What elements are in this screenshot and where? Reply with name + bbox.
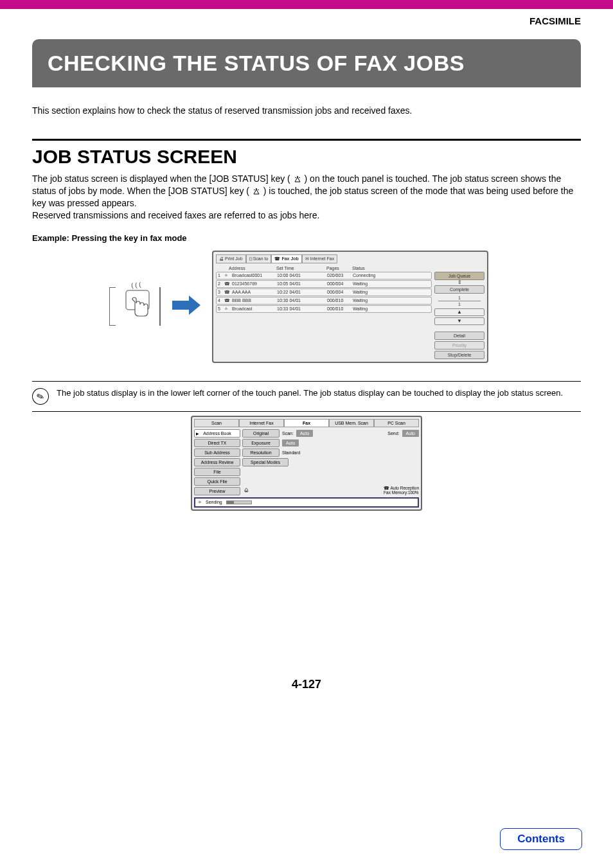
stop-delete-button[interactable]: Stop/Delete	[434, 351, 484, 359]
fax-icon: ☎	[274, 256, 280, 261]
tab-internet-fax[interactable]: ✉ Internet Fax	[302, 254, 337, 263]
scan-icon: ⌼	[249, 256, 252, 261]
swap-icon: ⇕	[434, 281, 484, 284]
bracket-icon	[109, 287, 116, 326]
internet-fax-icon: ✉	[305, 256, 309, 261]
job-status-indicator[interactable]: ✧ Sending	[194, 497, 419, 508]
column-headers: Address Set Time Pages Status	[216, 265, 484, 272]
job-status-key-icon	[252, 186, 263, 196]
page-title-block: CHECKING THE STATUS OF FAX JOBS	[32, 39, 581, 87]
example-label: Example: Pressing the key in fax mode	[32, 233, 581, 243]
pencil-note-icon	[30, 385, 51, 407]
send-value: Auto	[402, 430, 419, 437]
top-accent-bar	[0, 0, 613, 9]
svg-marker-9	[172, 296, 200, 315]
note-text: The job status display is in the lower l…	[57, 388, 563, 399]
speaker-icon[interactable]: 🕭	[244, 487, 249, 493]
svg-point-6	[254, 190, 255, 191]
tab-usb-mem-scan[interactable]: USB Mem. Scan	[329, 419, 374, 427]
header-section-label: FACSIMILE	[32, 15, 581, 26]
priority-button[interactable]: Priority	[434, 341, 484, 350]
original-button[interactable]: Original	[242, 429, 280, 438]
broadcast-icon: ✧	[224, 306, 232, 312]
scan-value: Auto	[296, 430, 313, 437]
direct-tx-button[interactable]: Direct TX	[194, 439, 240, 447]
tab-fax[interactable]: Fax	[284, 419, 329, 427]
tab-print-job[interactable]: 🖨 Print Job	[216, 254, 246, 263]
detail-button[interactable]: Detail	[434, 332, 484, 340]
resolution-value: Standard	[282, 450, 300, 455]
job-queue-button[interactable]: Job Queue	[434, 272, 484, 280]
fax-mode-screen: Scan Internet Fax Fax USB Mem. Scan PC S…	[191, 416, 422, 511]
hand-tap-icon: ( ( (	[122, 289, 153, 324]
reception-info: ☎ Auto Reception Fax Memory:100%	[384, 486, 419, 495]
tab-internet-fax[interactable]: Internet Fax	[239, 419, 284, 427]
table-row[interactable]: 5 ✧ Broadcast 10:33 04/01 000/010 Waitin…	[216, 305, 432, 313]
table-row[interactable]: 3 ☎ AAA AAA 10:22 04/01 000/004 Waiting	[216, 288, 432, 296]
exposure-button[interactable]: Exposure	[242, 439, 280, 447]
page-indicator: 1 1	[434, 295, 484, 307]
svg-point-3	[299, 177, 300, 179]
svg-point-1	[297, 176, 298, 177]
address-review-button[interactable]: Address Review	[194, 458, 240, 466]
job-status-screen: 🖨 Print Job ⌼ Scan to ☎ Fax Job ✉ Intern…	[212, 251, 488, 363]
broadcast-small-icon: ✧	[198, 500, 202, 505]
job-list: 1 ✧ Broadcast0001 10:00 04/01 020/003 Co…	[216, 272, 432, 359]
quick-file-button[interactable]: Quick File	[194, 477, 240, 486]
printer-icon: 🖨	[219, 256, 224, 261]
file-button[interactable]: File	[194, 468, 240, 476]
broadcast-icon: ✧	[224, 273, 232, 278]
section-rule	[32, 139, 581, 141]
page-title: CHECKING THE STATUS OF FAX JOBS	[48, 51, 565, 76]
table-row[interactable]: 1 ✧ Broadcast0001 10:00 04/01 020/003 Co…	[216, 272, 432, 279]
tab-fax-job[interactable]: ☎ Fax Job	[271, 254, 301, 263]
svg-point-7	[258, 190, 259, 191]
preview-button[interactable]: Preview	[194, 487, 240, 495]
body-paragraph: The job status screen is displayed when …	[32, 173, 581, 222]
address-book-button[interactable]: Address Book	[194, 429, 240, 438]
phone-icon: ☎	[224, 281, 232, 287]
table-row[interactable]: 4 ☎ BBB BBB 10:30 04/01 000/010 Waiting	[216, 297, 432, 305]
svg-point-2	[295, 177, 296, 179]
scroll-down-button[interactable]: ▼	[434, 317, 484, 325]
example-diagram: ( ( ( 🖨 Print Job ⌼ S	[32, 251, 581, 363]
tab-scan[interactable]: Scan	[194, 419, 239, 427]
progress-bar	[226, 500, 252, 504]
sub-address-button[interactable]: Sub Address	[194, 448, 240, 457]
scroll-up-button[interactable]: ▲	[434, 308, 484, 316]
send-label: Send:	[387, 431, 399, 436]
note-block: The job status display is in the lower l…	[32, 381, 581, 412]
status-text: Sending	[206, 500, 222, 504]
exposure-value: Auto	[282, 439, 299, 447]
svg-point-5	[256, 188, 257, 190]
table-row[interactable]: 2 ☎ 0123456789 10:05 04/01 000/004 Waiti…	[216, 280, 432, 288]
special-modes-button[interactable]: Special Modes	[242, 458, 289, 466]
divider-line	[159, 287, 161, 326]
phone-icon: ☎	[224, 298, 232, 303]
phone-small-icon: ☎	[384, 486, 389, 490]
tab-pc-scan[interactable]: PC Scan	[374, 419, 419, 427]
complete-button[interactable]: Complete	[434, 285, 484, 294]
resolution-button[interactable]: Resolution	[242, 448, 280, 457]
tab-scan-to[interactable]: ⌼ Scan to	[246, 254, 272, 263]
arrow-icon	[172, 296, 200, 317]
phone-icon: ☎	[224, 290, 232, 295]
scan-label: Scan:	[282, 431, 294, 436]
page-number: 4-127	[32, 678, 581, 691]
job-status-key-icon	[293, 173, 305, 184]
intro-paragraph: This section explains how to check the s…	[32, 105, 581, 116]
section-heading: JOB STATUS SCREEN	[32, 146, 581, 168]
